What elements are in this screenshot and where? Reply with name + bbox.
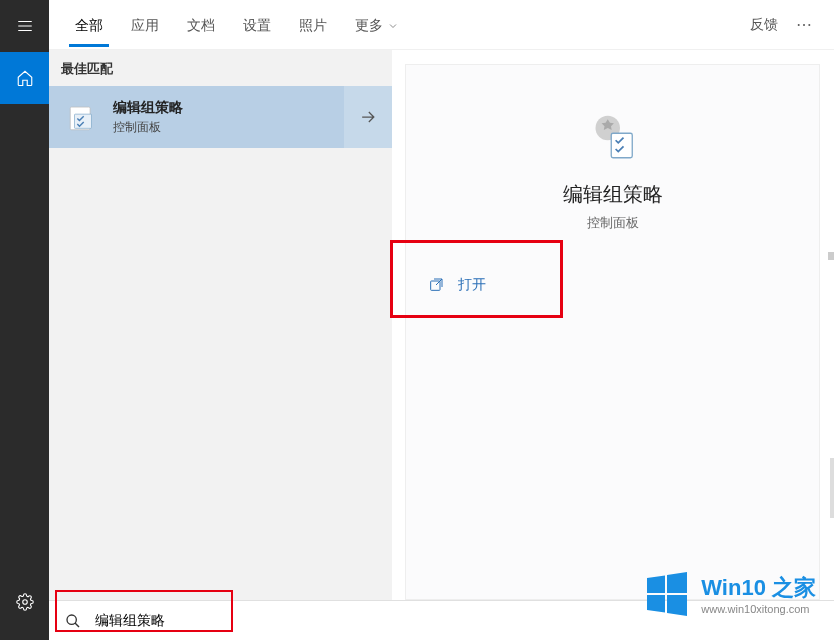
windows-logo-icon xyxy=(643,568,691,620)
gear-icon xyxy=(16,593,34,611)
chevron-down-icon xyxy=(387,20,399,32)
home-icon xyxy=(16,69,34,87)
arrow-right-icon xyxy=(358,107,378,127)
sidebar xyxy=(0,0,49,640)
watermark-sub: www.win10xitong.com xyxy=(701,603,816,615)
result-text: 编辑组策略 控制面板 xyxy=(113,99,344,136)
more-options-button[interactable]: ⋯ xyxy=(788,15,822,34)
open-icon xyxy=(428,277,444,293)
gpedit-icon xyxy=(63,97,103,137)
watermark: Win10 之家 www.win10xitong.com xyxy=(643,568,816,620)
hamburger-button[interactable] xyxy=(0,0,49,52)
preview-panel: 编辑组策略 控制面板 打开 xyxy=(405,64,820,600)
feedback-button[interactable]: 反馈 xyxy=(740,16,788,34)
hamburger-icon xyxy=(16,17,34,35)
tab-settings[interactable]: 设置 xyxy=(229,3,285,47)
section-best-match: 最佳匹配 xyxy=(49,50,392,86)
preview-subtitle: 控制面板 xyxy=(406,214,819,232)
svg-point-0 xyxy=(22,600,27,605)
tab-more-label: 更多 xyxy=(355,17,383,35)
preview-icon xyxy=(581,103,645,167)
tab-more[interactable]: 更多 xyxy=(341,3,413,47)
preview-title: 编辑组策略 xyxy=(406,181,819,208)
result-title: 编辑组策略 xyxy=(113,99,344,117)
watermark-text: Win10 之家 www.win10xitong.com xyxy=(701,573,816,615)
tabs: 全部 应用 文档 设置 照片 更多 xyxy=(61,3,413,47)
home-button[interactable] xyxy=(0,52,49,104)
preview-actions: 打开 xyxy=(406,262,819,308)
scroll-hint xyxy=(830,458,834,518)
svg-point-6 xyxy=(67,615,76,624)
result-subtitle: 控制面板 xyxy=(113,119,344,136)
action-open[interactable]: 打开 xyxy=(406,262,819,308)
settings-button[interactable] xyxy=(0,576,49,628)
tab-all[interactable]: 全部 xyxy=(61,3,117,47)
svg-rect-4 xyxy=(611,133,632,158)
result-open-arrow[interactable] xyxy=(344,86,392,148)
header: 全部 应用 文档 设置 照片 更多 反馈 ⋯ xyxy=(49,0,834,50)
watermark-main: Win10 之家 xyxy=(701,573,816,603)
result-item-gpedit[interactable]: 编辑组策略 控制面板 xyxy=(49,86,392,148)
tab-apps[interactable]: 应用 xyxy=(117,3,173,47)
action-open-label: 打开 xyxy=(458,276,486,294)
results-panel: 最佳匹配 编辑组策略 控制面板 xyxy=(49,50,392,600)
search-icon xyxy=(65,613,81,629)
tab-documents[interactable]: 文档 xyxy=(173,3,229,47)
scroll-hint xyxy=(828,252,834,260)
tab-photos[interactable]: 照片 xyxy=(285,3,341,47)
